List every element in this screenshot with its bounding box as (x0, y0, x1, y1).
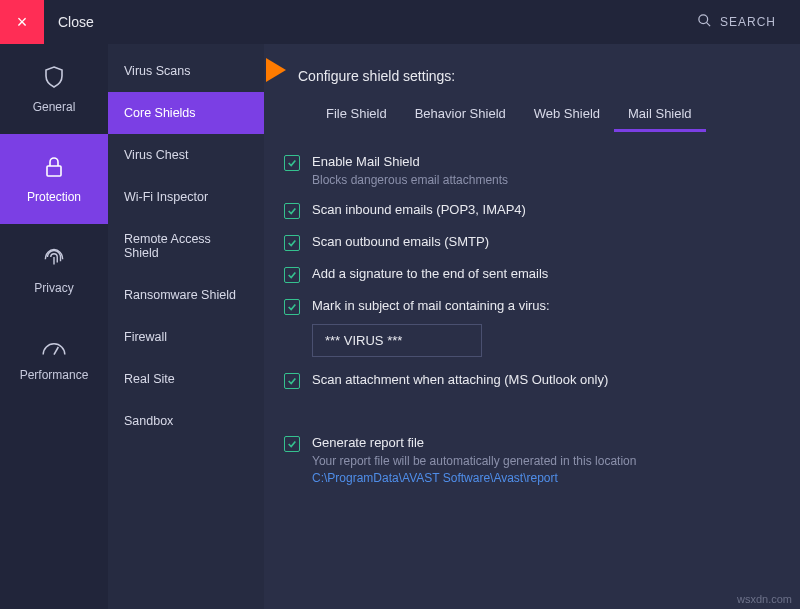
subnav-virus-chest[interactable]: Virus Chest (108, 134, 264, 176)
check-icon (287, 270, 297, 280)
subnav-firewall[interactable]: Firewall (108, 316, 264, 358)
rail-general[interactable]: General (0, 44, 108, 134)
close-button[interactable]: × (0, 0, 44, 44)
close-label[interactable]: Close (58, 14, 94, 30)
opt-sublabel: Blocks dangerous email attachments (312, 173, 508, 187)
opt-scan-attachment: Scan attachment when attaching (MS Outlo… (284, 372, 772, 389)
opt-enable-mail-shield: Enable Mail Shield Blocks dangerous emai… (284, 154, 772, 187)
virus-tag-input[interactable] (312, 324, 482, 357)
close-icon: × (17, 12, 28, 33)
shield-icon (42, 65, 66, 92)
tab-file-shield[interactable]: File Shield (312, 98, 401, 132)
tab-behavior-shield[interactable]: Behavior Shield (401, 98, 520, 132)
opt-label: Mark in subject of mail containing a vir… (312, 298, 550, 313)
left-rail: General Protection Privacy Performance (0, 44, 108, 609)
subnav-remote-access-shield[interactable]: Remote Access Shield (108, 218, 264, 274)
search-icon (697, 13, 712, 31)
opt-sublabel: Your report file will be automatically g… (312, 454, 636, 468)
opt-label: Generate report file (312, 435, 636, 450)
checkbox-attachment[interactable] (284, 373, 300, 389)
check-icon (287, 302, 297, 312)
gauge-icon (41, 337, 67, 360)
check-icon (287, 439, 297, 449)
opt-scan-inbound: Scan inbound emails (POP3, IMAP4) (284, 202, 772, 219)
content: Configure shield settings: File Shield B… (264, 44, 800, 609)
opt-add-signature: Add a signature to the end of sent email… (284, 266, 772, 283)
rail-label: Privacy (34, 281, 73, 295)
section-heading: Configure shield settings: (298, 68, 772, 84)
rail-label: Performance (20, 368, 89, 382)
checkbox-outbound[interactable] (284, 235, 300, 251)
lock-icon (42, 155, 66, 182)
topbar: × Close SEARCH (0, 0, 800, 44)
options-list: Enable Mail Shield Blocks dangerous emai… (284, 154, 772, 485)
fingerprint-icon (41, 244, 67, 273)
search-button[interactable]: SEARCH (697, 13, 776, 31)
virus-tag-input-wrap (312, 324, 772, 357)
search-label: SEARCH (720, 15, 776, 29)
svg-point-0 (699, 15, 708, 24)
rail-label: Protection (27, 190, 81, 204)
subnav-wifi-inspector[interactable]: Wi-Fi Inspector (108, 176, 264, 218)
rail-label: General (33, 100, 76, 114)
watermark: wsxdn.com (737, 593, 792, 605)
subnav-virus-scans[interactable]: Virus Scans (108, 50, 264, 92)
subnav-core-shields[interactable]: Core Shields (108, 92, 264, 134)
checkbox-mark[interactable] (284, 299, 300, 315)
subnav-ransomware-shield[interactable]: Ransomware Shield (108, 274, 264, 316)
opt-label: Scan attachment when attaching (MS Outlo… (312, 372, 608, 387)
main: General Protection Privacy Performance V… (0, 44, 800, 609)
rail-protection[interactable]: Protection (0, 134, 108, 224)
subnav: Virus Scans Core Shields Virus Chest Wi-… (108, 44, 264, 609)
tab-web-shield[interactable]: Web Shield (520, 98, 614, 132)
opt-label: Scan inbound emails (POP3, IMAP4) (312, 202, 526, 217)
checkbox-report[interactable] (284, 436, 300, 452)
svg-line-1 (706, 22, 710, 26)
checkbox-signature[interactable] (284, 267, 300, 283)
svg-rect-2 (47, 166, 61, 176)
checkbox-enable[interactable] (284, 155, 300, 171)
check-icon (287, 376, 297, 386)
opt-label: Enable Mail Shield (312, 154, 508, 169)
opt-mark-subject: Mark in subject of mail containing a vir… (284, 298, 772, 315)
check-icon (287, 206, 297, 216)
report-path-link[interactable]: C:\ProgramData\AVAST Software\Avast\repo… (312, 471, 636, 485)
rail-privacy[interactable]: Privacy (0, 224, 108, 314)
opt-generate-report: Generate report file Your report file wi… (284, 435, 772, 485)
opt-scan-outbound: Scan outbound emails (SMTP) (284, 234, 772, 251)
callout-arrow-icon (266, 58, 286, 82)
checkbox-inbound[interactable] (284, 203, 300, 219)
rail-performance[interactable]: Performance (0, 314, 108, 404)
shield-tabs: File Shield Behavior Shield Web Shield M… (312, 98, 772, 132)
tab-mail-shield[interactable]: Mail Shield (614, 98, 706, 132)
check-icon (287, 238, 297, 248)
opt-label: Add a signature to the end of sent email… (312, 266, 548, 281)
svg-line-3 (54, 347, 58, 355)
check-icon (287, 158, 297, 168)
opt-label: Scan outbound emails (SMTP) (312, 234, 489, 249)
subnav-sandbox[interactable]: Sandbox (108, 400, 264, 442)
subnav-real-site[interactable]: Real Site (108, 358, 264, 400)
